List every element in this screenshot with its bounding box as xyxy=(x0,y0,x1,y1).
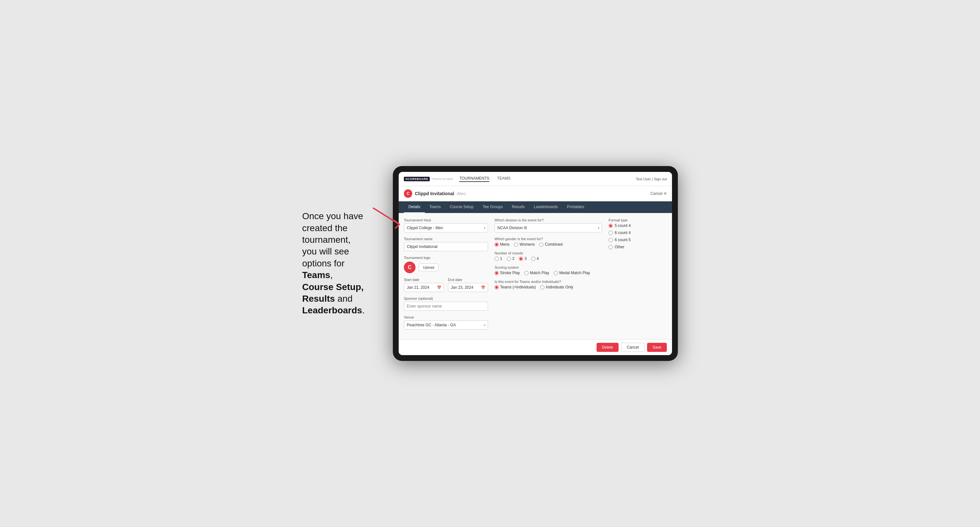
tournament-host-label: Tournament Host xyxy=(404,218,488,222)
rounds-label: Number of rounds xyxy=(495,251,602,255)
venue-group: Venue Peachtree GC - Atlanta - GA xyxy=(404,315,488,330)
tablet-frame: SCOREBOARD Powered by clippd TOURNAMENTS… xyxy=(393,166,678,361)
format-6count5-radio[interactable] xyxy=(609,238,613,242)
scoring-stroke[interactable]: Stroke Play xyxy=(495,271,520,275)
rounds-4-radio[interactable] xyxy=(531,257,535,261)
gender-womens[interactable]: Womens xyxy=(514,242,535,247)
sponsor-group: Sponsor (optional) xyxy=(404,297,488,311)
format-other[interactable]: Other xyxy=(609,245,667,249)
tournament-logo-label: Tournament logo xyxy=(404,256,488,260)
logo-preview: C xyxy=(404,262,415,273)
delete-button[interactable]: Delete xyxy=(597,343,619,352)
tab-tee-groups[interactable]: Tee Groups xyxy=(478,202,507,213)
scoring-label: Scoring system xyxy=(495,265,602,269)
cancel-footer-button[interactable]: Cancel xyxy=(621,343,644,352)
tournament-title: C Clippd Invitational (Men) xyxy=(404,189,466,198)
scoring-group: Scoring system Stroke Play Match Play Me… xyxy=(495,265,602,275)
rounds-3[interactable]: 3 xyxy=(519,256,527,261)
rounds-radio-group: 1 2 3 4 xyxy=(495,256,602,261)
teams-label: Is this event for Teams and/or Individua… xyxy=(495,280,602,284)
tournament-name-input[interactable] xyxy=(404,242,488,251)
scoring-match-radio[interactable] xyxy=(524,271,528,275)
teams-plus-radio[interactable] xyxy=(495,285,499,289)
nav-teams[interactable]: TEAMS xyxy=(497,176,511,182)
app-header: SCOREBOARD Powered by clippd TOURNAMENTS… xyxy=(399,172,672,186)
app-logo: SCOREBOARD Powered by clippd xyxy=(404,177,453,181)
tournament-host-select[interactable]: Clippd College - Men xyxy=(404,223,488,232)
format-6count5[interactable]: 6 count 5 xyxy=(609,238,667,242)
logo-sub: Powered by clippd xyxy=(432,178,453,180)
format-5count4-radio[interactable] xyxy=(609,224,613,228)
logo-mark: SCOREBOARD xyxy=(404,177,430,181)
scoring-match[interactable]: Match Play xyxy=(524,271,549,275)
end-date-label: End date xyxy=(448,278,488,282)
middle-column: Which division is the event for? NCAA Di… xyxy=(495,218,602,334)
scoring-stroke-radio[interactable] xyxy=(495,271,499,275)
venue-select[interactable]: Peachtree GC - Atlanta - GA xyxy=(404,321,488,330)
individuals-only-radio[interactable] xyxy=(540,285,544,289)
individuals-only[interactable]: Individuals Only xyxy=(540,285,573,289)
tabs-bar: Details Teams Course Setup Tee Groups Re… xyxy=(399,202,672,213)
gender-mens-radio[interactable] xyxy=(495,243,499,247)
tournament-name: Clippd Invitational xyxy=(415,191,454,196)
division-label: Which division is the event for? xyxy=(495,218,602,222)
scoring-medal[interactable]: Medal Match Play xyxy=(554,271,590,275)
start-date-group: Start date 📅 xyxy=(404,278,444,292)
annotation-text: Once you have created the tournament, yo… xyxy=(302,210,387,317)
rounds-2[interactable]: 2 xyxy=(507,256,515,261)
app-nav: TOURNAMENTS TEAMS xyxy=(459,176,511,182)
tab-printables[interactable]: Printables xyxy=(563,202,589,213)
rounds-3-radio[interactable] xyxy=(519,257,523,261)
format-other-radio[interactable] xyxy=(609,245,613,249)
tournament-tag: (Men) xyxy=(457,192,466,195)
tournament-name-group: Tournament name xyxy=(404,237,488,251)
sponsor-label: Sponsor (optional) xyxy=(404,297,488,300)
footer-bar: Delete Cancel Save xyxy=(399,339,672,355)
division-select[interactable]: NCAA Division III xyxy=(495,223,602,232)
tab-results[interactable]: Results xyxy=(507,202,529,213)
format-type-group: Format type 5 count 4 6 count 4 6 count … xyxy=(609,218,667,249)
gender-combined-radio[interactable] xyxy=(539,243,543,247)
tablet-screen: SCOREBOARD Powered by clippd TOURNAMENTS… xyxy=(399,172,672,355)
teams-group: Is this event for Teams and/or Individua… xyxy=(495,280,602,289)
right-column: Format type 5 count 4 6 count 4 6 count … xyxy=(609,218,667,334)
content-area: Tournament Host Clippd College - Men Tou… xyxy=(399,213,672,339)
tab-details[interactable]: Details xyxy=(404,202,425,213)
format-6count4[interactable]: 6 count 4 xyxy=(609,230,667,235)
rounds-2-radio[interactable] xyxy=(507,257,511,261)
tab-teams[interactable]: Teams xyxy=(425,202,445,213)
format-5count4[interactable]: 5 count 4 xyxy=(609,223,667,228)
left-column: Tournament Host Clippd College - Men Tou… xyxy=(404,218,488,334)
tournament-logo: C xyxy=(404,189,412,198)
gender-radio-group: Mens Womens Combined xyxy=(495,242,602,247)
format-6count4-radio[interactable] xyxy=(609,231,613,235)
venue-label: Venue xyxy=(404,315,488,319)
tournament-logo-group: Tournament logo C Upload xyxy=(404,256,488,273)
gender-group: Which gender is the event for? Mens Wome… xyxy=(495,237,602,247)
gender-label: Which gender is the event for? xyxy=(495,237,602,241)
rounds-1-radio[interactable] xyxy=(495,257,499,261)
sponsor-input[interactable] xyxy=(404,302,488,311)
date-row: Start date 📅 End date 📅 xyxy=(404,278,488,292)
tab-leaderboards[interactable]: Leaderboards xyxy=(529,202,562,213)
calendar-icon: 📅 xyxy=(437,286,441,290)
scoring-radio-group: Stroke Play Match Play Medal Match Play xyxy=(495,271,602,275)
tournament-name-label: Tournament name xyxy=(404,237,488,241)
gender-womens-radio[interactable] xyxy=(514,243,518,247)
start-date-label: Start date xyxy=(404,278,444,282)
cancel-button[interactable]: Cancel ✕ xyxy=(650,191,667,196)
teams-radio-group: Teams (+Individuals) Individuals Only xyxy=(495,285,602,289)
logo-upload-area: C Upload xyxy=(404,262,488,273)
scoring-medal-radio[interactable] xyxy=(554,271,558,275)
gender-mens[interactable]: Mens xyxy=(495,242,509,247)
teams-plus-individuals[interactable]: Teams (+Individuals) xyxy=(495,285,536,289)
end-date-group: End date 📅 xyxy=(448,278,488,292)
division-group: Which division is the event for? NCAA Di… xyxy=(495,218,602,232)
gender-combined[interactable]: Combined xyxy=(539,242,563,247)
save-button[interactable]: Save xyxy=(647,343,667,352)
rounds-4[interactable]: 4 xyxy=(531,256,539,261)
nav-tournaments[interactable]: TOURNAMENTS xyxy=(459,176,489,182)
tab-course-setup[interactable]: Course Setup xyxy=(445,202,478,213)
rounds-1[interactable]: 1 xyxy=(495,256,502,261)
upload-button[interactable]: Upload xyxy=(419,264,439,271)
